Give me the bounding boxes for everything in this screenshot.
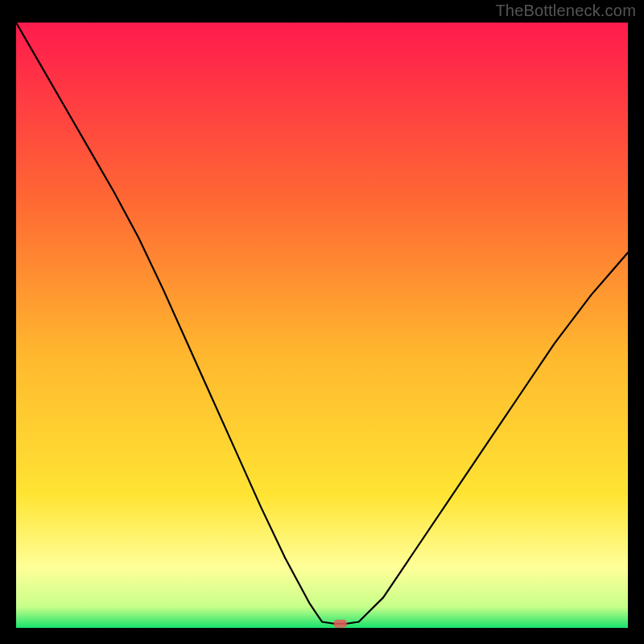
optimal-marker xyxy=(334,620,347,628)
plot-background xyxy=(16,23,628,628)
bottleneck-plot xyxy=(16,23,628,628)
attribution-text: TheBottleneck.com xyxy=(495,2,636,20)
chart-frame: TheBottleneck.com xyxy=(0,0,644,644)
